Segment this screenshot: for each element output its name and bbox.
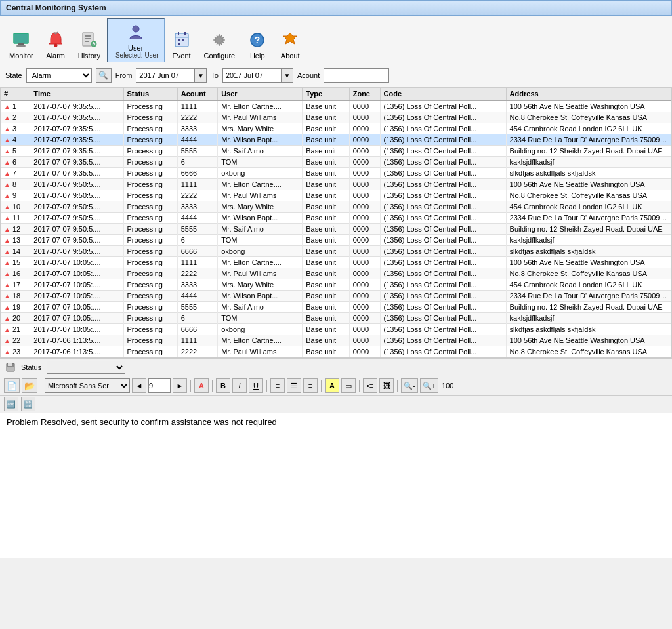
row-cell-2: Processing	[123, 257, 177, 268]
row-cell-3: 3333	[177, 201, 217, 213]
font-decrease[interactable]: ◄	[132, 378, 146, 393]
table-row[interactable]: ▲ 232017-07-06 1:13:5....Processing2222M…	[1, 346, 671, 357]
row-cell-2: Processing	[123, 268, 177, 279]
table-row[interactable]: ▲ 82017-07-07 9:50:5....Processing1111Mr…	[1, 179, 671, 190]
table-row[interactable]: ▲ 62017-07-07 9:35:5....Processing6TOMBa…	[1, 157, 671, 168]
format-btn-a[interactable]: 🔤	[4, 397, 18, 411]
table-row[interactable]: ▲ 12017-07-07 9:35:5....Processing1111Mr…	[1, 100, 671, 112]
account-label: Acount	[297, 71, 320, 79]
user-button[interactable]: User Selected: User	[107, 18, 165, 62]
row-cell-2: Processing	[123, 335, 177, 346]
alarm-table-container: # Time Status Acount User Type Zone Code…	[0, 87, 672, 358]
row-cell-5: Base unit	[303, 146, 349, 157]
table-row[interactable]: ▲ 142017-07-07 9:50:5....Processing6666o…	[1, 246, 671, 257]
zoom-in-btn[interactable]: 🔍+	[420, 378, 438, 393]
table-row[interactable]: ▲ 172017-07-07 10:05:....Processing3333M…	[1, 279, 671, 291]
bullet-btn[interactable]: •≡	[363, 378, 377, 393]
from-date-dropdown[interactable]: ▼	[195, 68, 207, 83]
from-label: From	[116, 71, 133, 79]
row-cell-1: 2017-07-07 9:50:5....	[30, 201, 123, 213]
row-num: ▲ 13	[1, 235, 30, 246]
row-cell-4: Mrs. Mary White	[218, 123, 303, 134]
table-row[interactable]: ▲ 102017-07-07 9:50:5....Processing3333M…	[1, 201, 671, 213]
align-right-btn[interactable]: ≡	[303, 378, 318, 393]
table-row[interactable]: ▲ 72017-07-07 9:35:5....Processing6666ok…	[1, 168, 671, 179]
row-cell-1: 2017-07-07 9:50:5....	[30, 213, 123, 224]
table-row[interactable]: ▲ 162017-07-07 10:05:....Processing2222M…	[1, 268, 671, 279]
row-cell-2: Processing	[123, 224, 177, 235]
from-date-field[interactable]	[136, 68, 195, 83]
table-row[interactable]: ▲ 32017-07-07 9:35:5....Processing3333Mr…	[1, 123, 671, 134]
format-btn-b[interactable]: 🔡	[21, 397, 35, 411]
bold-btn[interactable]: B	[216, 378, 230, 393]
state-select[interactable]: Alarm All Active Inactive	[26, 68, 92, 83]
row-num: ▲ 20	[1, 313, 30, 324]
font-size-input[interactable]	[148, 378, 171, 393]
svg-rect-18	[178, 39, 180, 41]
separator-7	[397, 380, 398, 392]
account-input[interactable]	[324, 68, 389, 83]
image-btn[interactable]: 🖼	[379, 378, 394, 393]
table-row[interactable]: ▲ 122017-07-07 9:50:5....Processing5555M…	[1, 224, 671, 235]
monitor-button[interactable]: Monitor	[4, 27, 39, 62]
row-num: ▲ 9	[1, 190, 30, 201]
align-left-btn[interactable]: ≡	[270, 378, 285, 393]
row-cell-5: Base unit	[303, 235, 349, 246]
row-cell-3: 4444	[177, 291, 217, 302]
table-row[interactable]: ▲ 192017-07-07 10:05:....Processing5555M…	[1, 302, 671, 313]
row-num: ▲ 8	[1, 179, 30, 190]
row-cell-2: Processing	[123, 146, 177, 157]
underline-btn[interactable]: U	[249, 378, 263, 393]
to-date-dropdown[interactable]: ▼	[282, 68, 293, 83]
help-button[interactable]: ? Help	[242, 27, 273, 62]
row-cell-2: Processing	[123, 235, 177, 246]
table-row[interactable]: ▲ 222017-07-06 1:13:5....Processing1111M…	[1, 335, 671, 346]
about-button[interactable]: About	[274, 27, 306, 62]
search-button[interactable]: 🔍	[96, 68, 112, 83]
table-row[interactable]: ▲ 52017-07-07 9:35:5....Processing5555Mr…	[1, 146, 671, 157]
open-btn[interactable]: 📂	[22, 378, 37, 393]
state-label: State	[5, 71, 22, 79]
row-cell-4: Mr. Wilson Bapt...	[218, 134, 303, 146]
text-box-btn[interactable]: ▭	[341, 378, 356, 393]
history-label: History	[78, 52, 100, 60]
table-row[interactable]: ▲ 92017-07-07 9:50:5....Processing2222Mr…	[1, 190, 671, 201]
font-select[interactable]: Microsoft Sans Ser	[45, 378, 130, 393]
new-btn[interactable]: 📄	[4, 378, 20, 393]
row-cell-4: TOM	[218, 157, 303, 168]
table-row[interactable]: ▲ 152017-07-07 10:05:....Processing1111M…	[1, 257, 671, 268]
svg-rect-20	[178, 43, 180, 45]
table-row[interactable]: ▲ 212017-07-07 10:05:....Processing6666o…	[1, 324, 671, 335]
row-num: ▲ 2	[1, 112, 30, 123]
align-center-btn[interactable]: ☰	[287, 378, 301, 393]
text-content-area[interactable]: Problem Resolved, sent security to confi…	[0, 413, 672, 446]
font-increase[interactable]: ►	[173, 378, 187, 393]
to-date-field[interactable]	[222, 68, 282, 83]
history-button[interactable]: History	[73, 27, 106, 62]
table-row[interactable]: ▲ 42017-07-07 9:35:5....Processing4444Mr…	[1, 134, 671, 146]
alarm-warning-icon: ▲	[4, 259, 10, 266]
alarm-button[interactable]: Alarm	[40, 27, 72, 62]
status-label: Status	[21, 363, 41, 371]
row-cell-5: Base unit	[303, 134, 349, 146]
highlight-a-btn[interactable]: A	[325, 378, 339, 393]
table-row[interactable]: ▲ 132017-07-07 9:50:5....Processing6TOMB…	[1, 235, 671, 246]
table-row[interactable]: ▲ 22017-07-07 9:35:5....Processing2222Mr…	[1, 112, 671, 123]
row-cell-1: 2017-07-07 10:05:....	[30, 291, 123, 302]
table-row[interactable]: ▲ 182017-07-07 10:05:....Processing4444M…	[1, 291, 671, 302]
row-cell-5: Base unit	[303, 168, 349, 179]
table-row[interactable]: ▲ 202017-07-07 10:05:....Processing6TOMB…	[1, 313, 671, 324]
zoom-out-btn[interactable]: 🔍-	[401, 378, 418, 393]
table-row[interactable]: ▲ 112017-07-07 9:50:5....Processing4444M…	[1, 213, 671, 224]
alarm-warning-icon: ▲	[4, 148, 10, 155]
event-button[interactable]: Event	[166, 27, 198, 62]
bottom-section: Problem Resolved, sent security to confi…	[0, 413, 672, 558]
italic-btn[interactable]: I	[232, 378, 247, 393]
row-cell-7: (1356) Loss Of Central Poll...	[380, 279, 506, 291]
color-a-btn[interactable]: A	[194, 378, 209, 393]
row-cell-1: 2017-07-07 10:05:....	[30, 302, 123, 313]
help-label: Help	[250, 52, 265, 60]
configure-button[interactable]: Configure	[199, 27, 241, 62]
alarm-warning-icon: ▲	[4, 159, 10, 166]
status-select[interactable]: Processing Resolved Pending	[47, 361, 125, 374]
